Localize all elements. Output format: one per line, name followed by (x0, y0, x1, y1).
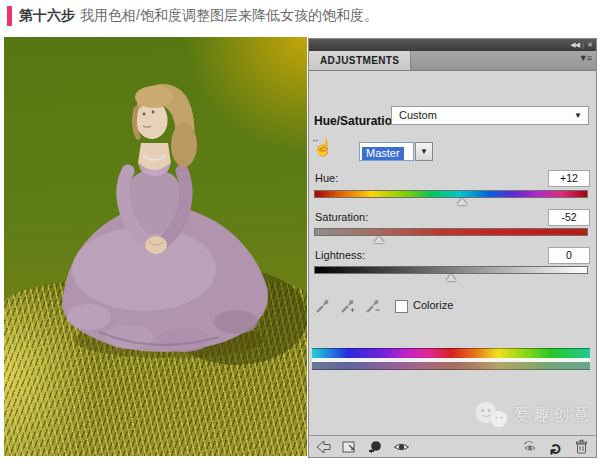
lightness-slider-track[interactable] (314, 266, 588, 274)
step-title: 第十六步 我用色相/饱和度调整图层来降低女孩的饱和度。 (7, 4, 378, 28)
output-spectrum-bar (312, 362, 590, 370)
panel-titlebar: ◀◀ | ✕ (309, 39, 596, 51)
wechat-logo-icon (474, 401, 508, 428)
eyedropper-icon[interactable] (314, 298, 331, 314)
preset-dropdown[interactable]: Custom ▼ (391, 106, 589, 125)
chevron-down-icon: ▼ (574, 107, 582, 124)
girl-figure (4, 37, 307, 456)
step-number: 第十六步 (19, 7, 75, 25)
preset-value: Custom (399, 109, 437, 121)
eyedropper-minus-icon[interactable] (364, 298, 381, 314)
saturation-slider-thumb[interactable] (374, 236, 384, 243)
hue-value-input[interactable]: +12 (548, 170, 590, 187)
lightness-slider-thumb[interactable] (446, 274, 456, 281)
input-spectrum-bar (312, 348, 590, 358)
adjustment-title: Hue/Saturation (314, 114, 399, 128)
hue-slider-track[interactable] (314, 190, 588, 198)
saturation-value-input[interactable]: -52 (548, 209, 590, 226)
close-panel-icon[interactable]: ✕ (587, 39, 592, 51)
tab-adjustments[interactable]: ADJUSTMENTS (309, 51, 411, 70)
adjustments-panel: ◀◀ | ✕ ADJUSTMENTS ▼≡ Hue/Saturation Cus… (308, 38, 597, 458)
expanded-view-icon[interactable] (341, 439, 358, 455)
eyedropper-plus-icon[interactable] (339, 298, 356, 314)
saturation-slider-track[interactable] (314, 228, 588, 236)
panel-body: Hue/Saturation Custom ▼ ↔ ☝ Master ▼ Hue… (309, 70, 596, 435)
saturation-label: Saturation: (315, 211, 368, 223)
lightness-label: Lightness: (315, 249, 365, 261)
collapse-to-icons-icon[interactable]: ◀◀ (570, 39, 579, 51)
watermark: 爱趣创意 (474, 401, 593, 428)
lightness-value-input[interactable]: 0 (548, 247, 590, 264)
return-to-list-icon[interactable] (315, 439, 332, 455)
watermark-text: 爱趣创意 (513, 403, 593, 426)
channel-dropdown-arrow[interactable]: ▼ (415, 142, 433, 161)
panel-tabbar: ADJUSTMENTS ▼≡ (309, 51, 596, 71)
channel-dropdown[interactable]: Master (359, 142, 414, 161)
title-accent-bar (7, 6, 12, 26)
hue-label: Hue: (315, 172, 338, 184)
delete-adjustment-icon[interactable] (573, 439, 590, 455)
panel-footer: ↻ (309, 435, 596, 457)
visibility-eye-icon[interactable] (393, 439, 410, 455)
photo-canvas (4, 37, 307, 456)
clip-to-layer-icon[interactable] (367, 439, 384, 455)
titlebar-separator: | (582, 39, 584, 51)
colorize-checkbox[interactable] (395, 300, 408, 313)
previous-state-icon[interactable] (521, 439, 538, 455)
targeted-adjustment-tool-icon[interactable]: ↔ ☝ (313, 138, 335, 162)
channel-value-selected: Master (362, 147, 404, 160)
colorize-label: Colorize (413, 299, 453, 311)
hue-slider-thumb[interactable] (457, 198, 467, 205)
panel-menu-icon[interactable]: ▼≡ (579, 53, 591, 63)
spectrum-ramps (312, 348, 590, 370)
step-description: 我用色相/饱和度调整图层来降低女孩的饱和度。 (80, 7, 378, 25)
reset-adjustment-icon[interactable]: ↻ (548, 438, 564, 455)
